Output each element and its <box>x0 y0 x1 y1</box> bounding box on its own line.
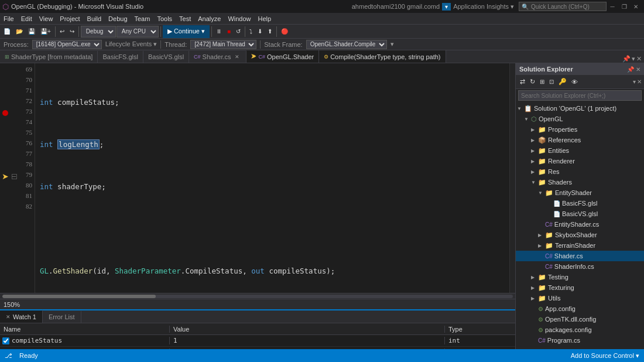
se-close-panel-btn[interactable]: ✕ <box>637 78 642 85</box>
step-out-btn[interactable]: ⬆ <box>265 25 275 38</box>
menu-file[interactable]: File <box>0 13 18 25</box>
editor-scrollbar[interactable] <box>0 293 515 299</box>
se-all-files-btn[interactable]: ⊞ <box>538 78 546 85</box>
fold-icon-79[interactable]: ─ <box>12 174 17 179</box>
tree-opentk-config[interactable]: ⚙ OpenTK.dll.config <box>516 314 644 325</box>
menu-debug[interactable]: Debug <box>105 13 131 25</box>
git-icon[interactable]: ⎇ <box>5 352 12 360</box>
tree-app-config[interactable]: ⚙ App.config <box>516 303 644 314</box>
save-all-btn[interactable]: 💾+ <box>38 25 53 38</box>
insights-label[interactable]: Application Insights ▾ <box>453 3 514 11</box>
tab-basicfs-glsl[interactable]: BasicFS.glsl <box>98 51 143 63</box>
code-editor[interactable]: ➤ <box>0 63 515 293</box>
zoom-level[interactable]: 150% <box>4 301 20 308</box>
tree-project-opengl[interactable]: ▼ ⬡ OpenGL <box>516 114 644 124</box>
menu-test[interactable]: Test <box>176 13 194 25</box>
se-close-btn[interactable]: ✕ <box>636 66 640 73</box>
menu-edit[interactable]: Edit <box>18 13 36 25</box>
tree-references[interactable]: ▶ 📦 References <box>516 135 644 145</box>
menu-window[interactable]: Window <box>224 13 254 25</box>
lifecycle-events-btn[interactable]: Lifecycle Events ▾ <box>105 40 157 48</box>
stack-dropdown[interactable]: OpenGL.Shader.Compile <box>306 40 387 49</box>
se-sync-btn[interactable]: ⇄ <box>518 78 527 86</box>
watch-tab-bar: ✕ Watch 1 Error List <box>0 310 515 323</box>
minimize-button[interactable]: ─ <box>607 2 618 11</box>
breakpoints-btn[interactable]: 🔴 <box>279 25 290 38</box>
menu-tools[interactable]: Tools <box>153 13 176 25</box>
source-control-btn[interactable]: Add to Source Control ▾ <box>571 352 639 360</box>
tree-skyboxshader[interactable]: ▶ 📁 SkyboxShader <box>516 230 644 240</box>
tab-pin-btn[interactable]: 📌 <box>622 55 631 63</box>
tree-renderer[interactable]: ▶ 📁 Renderer <box>516 156 644 166</box>
tree-terrainshader[interactable]: ▶ 📁 TerrainShader <box>516 240 644 251</box>
tree-entityshader[interactable]: ▼ 📁 EntityShader <box>516 187 644 198</box>
search-quick-launch[interactable]: 🔍 Quick Launch (Ctrl+Q) <box>519 2 607 11</box>
se-props-btn[interactable]: 🔑 <box>557 78 568 86</box>
tree-shaders[interactable]: ▼ 📁 Shaders <box>516 177 644 187</box>
code-text-area[interactable]: int compileStatus; int logLength; int sh… <box>35 63 509 293</box>
tree-entityshader-cs[interactable]: C# EntityShader.cs <box>516 219 644 230</box>
program-cs-label: Program.cs <box>547 337 580 344</box>
thread-dropdown[interactable]: [2472] Main Thread <box>190 40 256 49</box>
menu-analyze[interactable]: Analyze <box>194 13 224 25</box>
tree-packages-config[interactable]: ⚙ packages.config <box>516 325 644 335</box>
basicfs-label: BasicFS.glsl <box>562 200 598 207</box>
menu-build[interactable]: Build <box>84 13 105 25</box>
open-btn[interactable]: 📂 <box>13 25 25 38</box>
tree-res[interactable]: ▶ 📁 Res <box>516 166 644 177</box>
se-expand-icon[interactable]: ▾ <box>633 78 636 85</box>
step-over-btn[interactable]: ⤵ <box>247 25 255 38</box>
watch-col-name-header: Name <box>0 326 170 333</box>
menu-help[interactable]: Help <box>255 13 275 25</box>
se-search-input[interactable] <box>518 90 642 101</box>
tree-basicfs[interactable]: 📄 BasicFS.glsl <box>516 198 644 209</box>
tab-close-shader-cs[interactable]: ✕ <box>233 53 241 60</box>
save-btn[interactable]: 💾 <box>26 25 37 38</box>
step-into-btn[interactable]: ⬇ <box>255 25 265 38</box>
tab-shader-cs[interactable]: C# Shader.cs ✕ <box>189 51 246 63</box>
process-dropdown[interactable]: [16148] OpenGL.exe <box>32 40 102 49</box>
undo-btn[interactable]: ↩ <box>57 25 67 38</box>
breakpoint-dot[interactable] <box>2 110 8 116</box>
tree-testing[interactable]: ▶ 📁 Testing <box>516 272 644 282</box>
account-btn[interactable]: ▾ <box>442 3 451 11</box>
watch-tab-close-icon[interactable]: ✕ <box>6 314 11 320</box>
tab-close-all-btn[interactable]: ✕ <box>636 55 642 63</box>
stop-btn[interactable]: ■ <box>225 25 233 38</box>
pause-btn[interactable]: ⏸ <box>214 25 224 38</box>
tree-utils[interactable]: ▶ 📁 Utils <box>516 293 644 303</box>
continue-btn[interactable]: ▶ Continue ▾ <box>163 25 210 38</box>
tab-dropdown-btn[interactable]: ▾ <box>632 55 635 63</box>
tree-shaderinfo-cs[interactable]: C# ShaderInfo.cs <box>516 261 644 272</box>
tree-properties[interactable]: ▶ 📁 Properties <box>516 124 644 135</box>
se-refresh-btn[interactable]: ↻ <box>528 78 537 86</box>
close-button[interactable]: ✕ <box>630 2 642 11</box>
tree-shader-cs[interactable]: C# Shader.cs <box>516 251 644 261</box>
platform-dropdown[interactable]: Any CPU <box>117 26 159 37</box>
tab-basicvs-glsl[interactable]: BasicVS.glsl <box>143 51 189 63</box>
error-list-tab[interactable]: Error List <box>43 311 81 323</box>
tree-basicvs[interactable]: 📄 BasicVS.glsl <box>516 209 644 219</box>
tree-solution[interactable]: ▼ 📋 Solution 'OpenGL' (1 project) <box>516 103 644 114</box>
tree-texturing[interactable]: ▶ 📁 Texturing <box>516 282 644 293</box>
tab-opengl-shader[interactable]: ⮞ C# OpenGL.Shader <box>246 50 320 63</box>
status-bar: ⎇ Ready Add to Source Control ▾ <box>0 349 644 362</box>
watch-tab-1[interactable]: ✕ Watch 1 <box>0 310 43 323</box>
menu-project[interactable]: Project <box>56 13 83 25</box>
config-dropdown[interactable]: Debug <box>81 26 116 37</box>
redo-btn[interactable]: ↪ <box>67 25 77 38</box>
new-project-btn[interactable]: 📄 <box>1 25 13 38</box>
tree-entities[interactable]: ▶ 📁 Entities <box>516 145 644 156</box>
tree-program-cs[interactable]: C# Program.cs <box>516 335 644 346</box>
restore-button[interactable]: ❐ <box>618 2 630 11</box>
tab-shadertype-metadata[interactable]: ⊞ ShaderType [from metadata] <box>0 51 98 63</box>
watch-check-compilestatus[interactable] <box>2 337 9 344</box>
se-preview-btn[interactable]: 👁 <box>570 78 580 86</box>
menu-view[interactable]: View <box>36 13 57 25</box>
se-filter-btn[interactable]: ⊡ <box>547 78 556 85</box>
restart-btn[interactable]: ↺ <box>234 25 243 38</box>
menu-team[interactable]: Team <box>131 13 154 25</box>
tab-compile-method[interactable]: ⚙ Compile(ShaderType type, string path) <box>319 50 446 63</box>
se-pin-btn[interactable]: 📌 <box>627 66 634 73</box>
app-config-label: App.config <box>545 305 576 312</box>
